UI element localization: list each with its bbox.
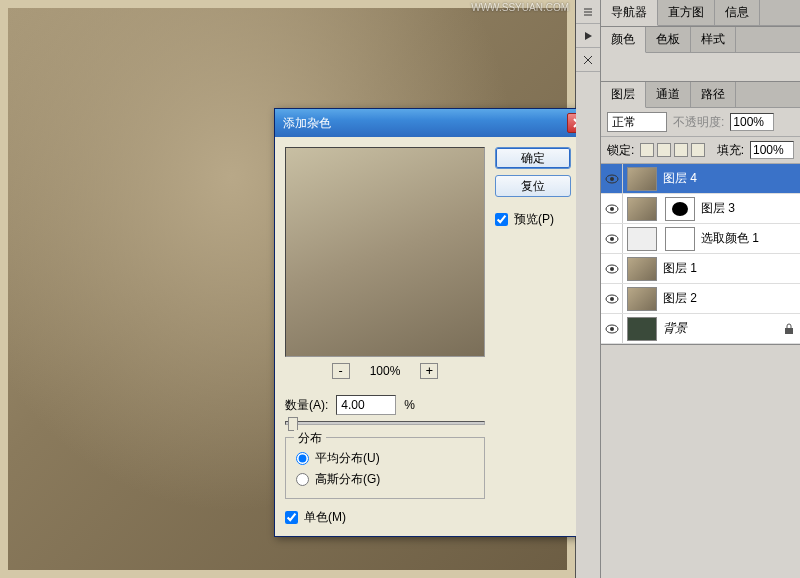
layer-name-label[interactable]: 背景 <box>661 320 784 337</box>
layer-thumbnail[interactable] <box>627 227 657 251</box>
opacity-input[interactable] <box>730 113 774 131</box>
svg-point-11 <box>610 327 614 331</box>
slider-thumb[interactable] <box>288 417 298 431</box>
lock-label: 锁定: <box>607 142 634 159</box>
tab-style[interactable]: 样式 <box>691 27 736 52</box>
eye-icon[interactable] <box>601 194 623 223</box>
layer-thumbnail[interactable] <box>627 257 657 281</box>
gaussian-radio-input[interactable] <box>296 473 309 486</box>
lock-transparency-button[interactable] <box>640 143 654 157</box>
amount-input[interactable] <box>336 395 396 415</box>
layer-row[interactable]: 图层 2 <box>601 284 800 314</box>
play-icon <box>583 31 593 41</box>
layer-thumbnail[interactable] <box>627 197 657 221</box>
svg-rect-12 <box>785 328 793 334</box>
navigator-panel: 导航器 直方图 信息 <box>601 0 800 27</box>
distribution-fieldset: 分布 平均分布(U) 高斯分布(G) <box>285 437 485 499</box>
layer-thumbnail[interactable] <box>627 287 657 311</box>
eye-icon[interactable] <box>601 314 623 343</box>
amount-unit: % <box>404 398 415 412</box>
layer-thumbnail[interactable] <box>627 167 657 191</box>
color-panel: 颜色 色板 样式 <box>601 27 800 82</box>
layer-row[interactable]: 图层 3 <box>601 194 800 224</box>
svg-point-7 <box>610 267 614 271</box>
eye-icon[interactable] <box>601 254 623 283</box>
mono-checkbox-input[interactable] <box>285 511 298 524</box>
layer-thumbnail[interactable] <box>627 317 657 341</box>
layer-row[interactable]: 选取颜色 1 <box>601 224 800 254</box>
eye-icon[interactable] <box>601 164 623 193</box>
mono-checkbox[interactable]: 单色(M) <box>285 509 485 526</box>
dialog-title: 添加杂色 <box>283 115 567 132</box>
layer-mask-thumbnail[interactable] <box>665 197 695 221</box>
layer-name-label[interactable]: 图层 1 <box>661 260 800 277</box>
layer-row[interactable]: 图层 4 <box>601 164 800 194</box>
tab-paths[interactable]: 路径 <box>691 82 736 107</box>
gaussian-radio[interactable]: 高斯分布(G) <box>296 471 474 488</box>
zoom-in-button[interactable]: + <box>420 363 438 379</box>
svg-point-1 <box>610 177 614 181</box>
layer-name-label[interactable]: 图层 3 <box>699 200 800 217</box>
dialog-titlebar[interactable]: 添加杂色 <box>275 109 593 137</box>
add-noise-dialog: 添加杂色 - 100% + 数量(A): % 分布 <box>274 108 594 537</box>
lock-pixels-button[interactable] <box>657 143 671 157</box>
arrows-icon <box>582 6 594 18</box>
crossed-tools-icon <box>582 54 594 66</box>
eye-icon[interactable] <box>601 284 623 313</box>
layer-list: 图层 4图层 3选取颜色 1图层 1图层 2背景 <box>601 164 800 344</box>
lock-icon <box>784 323 794 335</box>
zoom-out-button[interactable]: - <box>332 363 350 379</box>
blend-mode-select[interactable]: 正常 <box>607 112 667 132</box>
eye-icon[interactable] <box>601 224 623 253</box>
amount-slider[interactable] <box>285 421 485 425</box>
layer-mask-thumbnail[interactable] <box>665 227 695 251</box>
play-button[interactable] <box>576 24 600 48</box>
uniform-radio[interactable]: 平均分布(U) <box>296 450 474 467</box>
collapsed-tool-column <box>576 0 601 578</box>
tab-navigator[interactable]: 导航器 <box>601 0 658 26</box>
svg-point-9 <box>610 297 614 301</box>
layer-name-label[interactable]: 图层 2 <box>661 290 800 307</box>
layer-row[interactable]: 背景 <box>601 314 800 344</box>
preview-checkbox-input[interactable] <box>495 213 508 226</box>
opacity-label: 不透明度: <box>673 114 724 131</box>
svg-point-5 <box>610 237 614 241</box>
watermark: WWW.SSYUAN.COM <box>471 2 569 13</box>
tab-info[interactable]: 信息 <box>715 0 760 25</box>
tab-swatch[interactable]: 色板 <box>646 27 691 52</box>
layers-panel: 图层 通道 路径 正常 不透明度: 锁定: 填充: 图层 4图层 3选取颜色 1… <box>601 82 800 345</box>
fill-label: 填充: <box>717 142 744 159</box>
layer-name-label[interactable]: 图层 4 <box>661 170 800 187</box>
tab-histogram[interactable]: 直方图 <box>658 0 715 25</box>
tab-layers[interactable]: 图层 <box>601 82 646 108</box>
amount-label: 数量(A): <box>285 397 328 414</box>
layer-row[interactable]: 图层 1 <box>601 254 800 284</box>
zoom-percent: 100% <box>370 364 401 378</box>
tab-color[interactable]: 颜色 <box>601 27 646 53</box>
fill-input[interactable] <box>750 141 794 159</box>
ok-button[interactable]: 确定 <box>495 147 571 169</box>
lock-position-button[interactable] <box>674 143 688 157</box>
lock-all-button[interactable] <box>691 143 705 157</box>
cancel-button[interactable]: 复位 <box>495 175 571 197</box>
uniform-radio-input[interactable] <box>296 452 309 465</box>
tab-channels[interactable]: 通道 <box>646 82 691 107</box>
distribution-legend: 分布 <box>294 430 326 447</box>
preview-image[interactable] <box>285 147 485 357</box>
expand-button[interactable] <box>576 0 600 24</box>
layer-name-label[interactable]: 选取颜色 1 <box>699 230 800 247</box>
svg-point-3 <box>610 207 614 211</box>
tool-options-button[interactable] <box>576 48 600 72</box>
right-panel-group: 导航器 直方图 信息 颜色 色板 样式 图层 通道 路径 正常 不透明度: 锁定… <box>600 0 800 578</box>
preview-checkbox[interactable]: 预览(P) <box>495 211 571 228</box>
